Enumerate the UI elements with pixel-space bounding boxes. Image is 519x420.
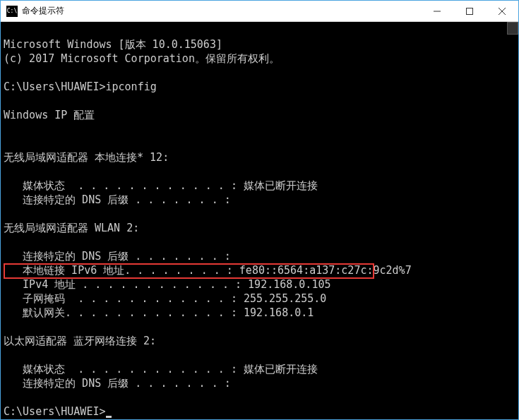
copyright-line: (c) 2017 Microsoft Corporation。保留所有权利。 (4, 52, 280, 65)
adapter-line: 子网掩码 . . . . . . . . . . . . : 255.255.2… (4, 292, 326, 305)
adapter-header: 以太网适配器 蓝牙网络连接 2: (4, 335, 156, 347)
window-titlebar: C:\ 命令提示符 (1, 1, 518, 22)
close-button[interactable] (486, 1, 518, 21)
prompt-path: C:\Users\HUAWEI> (4, 405, 106, 418)
window-controls (421, 1, 518, 21)
prompt-path: C:\Users\HUAWEI> (4, 80, 106, 93)
version-line: Microsoft Windows [版本 10.0.15063] (4, 38, 222, 51)
adapter-line-ipv4: IPv4 地址 . . . . . . . . . . . . : 192.16… (4, 278, 330, 291)
svg-rect-1 (467, 8, 473, 14)
window-title: 命令提示符 (22, 5, 421, 17)
adapter-line: 本地链接 IPv6 地址. . . . . . . . : fe80::6564… (4, 264, 412, 277)
cursor (106, 416, 112, 418)
command-text: ipconfig (106, 80, 157, 93)
scrollbar-up-icon[interactable] (507, 22, 518, 35)
adapter-line: 默认网关. . . . . . . . . . . . . : 192.168.… (4, 306, 314, 319)
console-output[interactable]: Microsoft Windows [版本 10.0.15063] (c) 20… (1, 22, 518, 419)
adapter-header: 无线局域网适配器 本地连接* 12: (4, 151, 169, 164)
cmd-icon: C:\ (6, 6, 18, 17)
adapter-line: 媒体状态 . . . . . . . . . . . . : 媒体已断开连接 (4, 363, 318, 376)
adapter-line: 连接特定的 DNS 后缀 . . . . . . . : (4, 377, 231, 390)
adapter-line: 媒体状态 . . . . . . . . . . . . : 媒体已断开连接 (4, 179, 318, 192)
adapter-header: 无线局域网适配器 WLAN 2: (4, 222, 139, 234)
adapter-line: 连接特定的 DNS 后缀 . . . . . . . : (4, 250, 231, 263)
maximize-button[interactable] (453, 1, 486, 21)
ipconfig-title: Windows IP 配置 (4, 109, 95, 121)
minimize-button[interactable] (421, 1, 453, 21)
adapter-line: 连接特定的 DNS 后缀 . . . . . . . : (4, 193, 231, 206)
